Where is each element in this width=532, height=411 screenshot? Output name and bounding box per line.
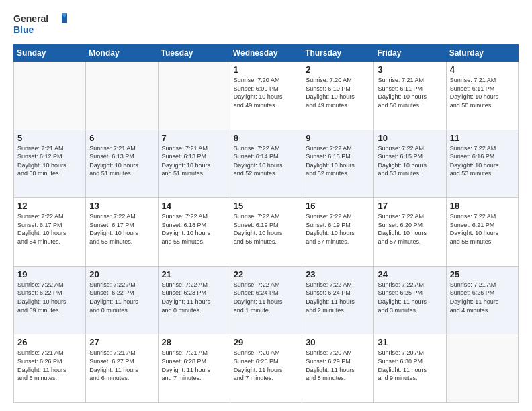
weekday-header-row: SundayMondayTuesdayWednesdayThursdayFrid… (14, 45, 519, 62)
day-number: 4 (450, 64, 515, 75)
calendar-day-cell: 21Sunrise: 7:22 AM Sunset: 6:23 PM Dayli… (158, 266, 230, 334)
calendar-day-cell: 9Sunrise: 7:22 AM Sunset: 6:15 PM Daylig… (302, 130, 374, 198)
day-info: Sunrise: 7:20 AM Sunset: 6:28 PM Dayligh… (234, 349, 298, 382)
day-number: 18 (450, 201, 515, 211)
day-number: 29 (234, 337, 298, 347)
calendar-day-cell: 5Sunrise: 7:21 AM Sunset: 6:12 PM Daylig… (14, 130, 86, 198)
day-info: Sunrise: 7:20 AM Sunset: 6:30 PM Dayligh… (378, 349, 442, 382)
calendar-day-cell: 26Sunrise: 7:21 AM Sunset: 6:26 PM Dayli… (14, 334, 86, 403)
weekday-header-tuesday: Tuesday (158, 45, 230, 62)
calendar-day-cell: 18Sunrise: 7:22 AM Sunset: 6:21 PM Dayli… (446, 198, 518, 267)
calendar-day-cell: 27Sunrise: 7:21 AM Sunset: 6:27 PM Dayli… (86, 334, 158, 403)
day-info: Sunrise: 7:22 AM Sunset: 6:16 PM Dayligh… (450, 144, 515, 178)
calendar-day-cell: 31Sunrise: 7:20 AM Sunset: 6:30 PM Dayli… (374, 334, 446, 403)
calendar-week-row: 26Sunrise: 7:21 AM Sunset: 6:26 PM Dayli… (14, 334, 519, 403)
day-number: 21 (162, 269, 226, 279)
weekday-header-saturday: Saturday (446, 45, 518, 62)
day-number: 16 (306, 201, 370, 211)
calendar-day-cell: 2Sunrise: 7:20 AM Sunset: 6:10 PM Daylig… (302, 62, 374, 130)
day-info: Sunrise: 7:22 AM Sunset: 6:19 PM Dayligh… (306, 212, 370, 246)
day-number: 7 (162, 133, 226, 143)
day-info: Sunrise: 7:20 AM Sunset: 6:29 PM Dayligh… (306, 349, 370, 382)
day-number: 30 (306, 337, 370, 347)
day-info: Sunrise: 7:21 AM Sunset: 6:13 PM Dayligh… (162, 144, 226, 178)
day-info: Sunrise: 7:22 AM Sunset: 6:17 PM Dayligh… (17, 212, 82, 246)
day-number: 23 (306, 269, 370, 279)
calendar-day-cell: 30Sunrise: 7:20 AM Sunset: 6:29 PM Dayli… (302, 334, 374, 403)
calendar-day-cell: 17Sunrise: 7:22 AM Sunset: 6:20 PM Dayli… (374, 198, 446, 267)
svg-text:General: General (13, 13, 48, 24)
calendar-day-cell: 23Sunrise: 7:22 AM Sunset: 6:24 PM Dayli… (302, 266, 374, 334)
day-info: Sunrise: 7:22 AM Sunset: 6:19 PM Dayligh… (234, 212, 298, 246)
day-number: 2 (306, 64, 370, 75)
empty-day-cell (446, 334, 518, 403)
empty-day-cell (14, 62, 86, 130)
calendar-day-cell: 19Sunrise: 7:22 AM Sunset: 6:22 PM Dayli… (14, 266, 86, 334)
day-info: Sunrise: 7:22 AM Sunset: 6:15 PM Dayligh… (378, 144, 442, 178)
day-number: 3 (378, 64, 442, 75)
calendar-table: SundayMondayTuesdayWednesdayThursdayFrid… (13, 44, 519, 403)
calendar-day-cell: 13Sunrise: 7:22 AM Sunset: 6:17 PM Dayli… (86, 198, 158, 267)
day-info: Sunrise: 7:21 AM Sunset: 6:28 PM Dayligh… (162, 349, 226, 382)
calendar-day-cell: 3Sunrise: 7:21 AM Sunset: 6:11 PM Daylig… (374, 62, 446, 130)
day-number: 8 (234, 133, 298, 143)
day-number: 1 (234, 64, 298, 75)
day-info: Sunrise: 7:21 AM Sunset: 6:11 PM Dayligh… (378, 76, 442, 109)
day-number: 25 (450, 269, 515, 279)
day-number: 10 (378, 133, 442, 143)
calendar-day-cell: 6Sunrise: 7:21 AM Sunset: 6:13 PM Daylig… (86, 130, 158, 198)
calendar-week-row: 19Sunrise: 7:22 AM Sunset: 6:22 PM Dayli… (14, 266, 519, 334)
calendar-day-cell: 7Sunrise: 7:21 AM Sunset: 6:13 PM Daylig… (158, 130, 230, 198)
header: General Blue (13, 11, 519, 38)
calendar-day-cell: 4Sunrise: 7:21 AM Sunset: 6:11 PM Daylig… (446, 62, 518, 130)
weekday-header-monday: Monday (86, 45, 158, 62)
calendar-day-cell: 14Sunrise: 7:22 AM Sunset: 6:18 PM Dayli… (158, 198, 230, 267)
day-info: Sunrise: 7:22 AM Sunset: 6:21 PM Dayligh… (450, 212, 515, 246)
calendar-day-cell: 10Sunrise: 7:22 AM Sunset: 6:15 PM Dayli… (374, 130, 446, 198)
empty-day-cell (86, 62, 158, 130)
empty-day-cell (158, 62, 230, 130)
calendar-day-cell: 16Sunrise: 7:22 AM Sunset: 6:19 PM Dayli… (302, 198, 374, 267)
calendar-day-cell: 29Sunrise: 7:20 AM Sunset: 6:28 PM Dayli… (230, 334, 302, 403)
calendar-week-row: 1Sunrise: 7:20 AM Sunset: 6:09 PM Daylig… (14, 62, 519, 130)
calendar-day-cell: 15Sunrise: 7:22 AM Sunset: 6:19 PM Dayli… (230, 198, 302, 267)
weekday-header-friday: Friday (374, 45, 446, 62)
calendar-day-cell: 12Sunrise: 7:22 AM Sunset: 6:17 PM Dayli… (14, 198, 86, 267)
weekday-header-thursday: Thursday (302, 45, 374, 62)
calendar-day-cell: 1Sunrise: 7:20 AM Sunset: 6:09 PM Daylig… (230, 62, 302, 130)
day-number: 24 (378, 269, 442, 279)
calendar-day-cell: 11Sunrise: 7:22 AM Sunset: 6:16 PM Dayli… (446, 130, 518, 198)
day-info: Sunrise: 7:22 AM Sunset: 6:24 PM Dayligh… (234, 281, 298, 314)
day-info: Sunrise: 7:21 AM Sunset: 6:26 PM Dayligh… (450, 281, 515, 314)
weekday-header-wednesday: Wednesday (230, 45, 302, 62)
day-info: Sunrise: 7:21 AM Sunset: 6:11 PM Dayligh… (450, 76, 515, 109)
day-info: Sunrise: 7:22 AM Sunset: 6:23 PM Dayligh… (162, 281, 226, 314)
day-info: Sunrise: 7:22 AM Sunset: 6:22 PM Dayligh… (89, 281, 154, 314)
calendar-day-cell: 28Sunrise: 7:21 AM Sunset: 6:28 PM Dayli… (158, 334, 230, 403)
day-info: Sunrise: 7:21 AM Sunset: 6:27 PM Dayligh… (89, 349, 154, 382)
day-info: Sunrise: 7:21 AM Sunset: 6:26 PM Dayligh… (17, 349, 82, 382)
day-number: 28 (162, 337, 226, 347)
calendar-day-cell: 20Sunrise: 7:22 AM Sunset: 6:22 PM Dayli… (86, 266, 158, 334)
calendar-day-cell: 22Sunrise: 7:22 AM Sunset: 6:24 PM Dayli… (230, 266, 302, 334)
svg-text:Blue: Blue (13, 24, 34, 35)
day-info: Sunrise: 7:22 AM Sunset: 6:20 PM Dayligh… (378, 212, 442, 246)
day-info: Sunrise: 7:22 AM Sunset: 6:24 PM Dayligh… (306, 281, 370, 314)
day-number: 31 (378, 337, 442, 347)
day-number: 22 (234, 269, 298, 279)
logo: General Blue (13, 11, 67, 38)
day-info: Sunrise: 7:22 AM Sunset: 6:14 PM Dayligh… (234, 144, 298, 178)
day-info: Sunrise: 7:22 AM Sunset: 6:25 PM Dayligh… (378, 281, 442, 314)
day-number: 15 (234, 201, 298, 211)
day-info: Sunrise: 7:21 AM Sunset: 6:12 PM Dayligh… (17, 144, 82, 178)
day-number: 13 (89, 201, 154, 211)
calendar-day-cell: 24Sunrise: 7:22 AM Sunset: 6:25 PM Dayli… (374, 266, 446, 334)
day-number: 14 (162, 201, 226, 211)
day-info: Sunrise: 7:20 AM Sunset: 6:09 PM Dayligh… (234, 76, 298, 109)
day-number: 27 (89, 337, 154, 347)
day-info: Sunrise: 7:22 AM Sunset: 6:15 PM Dayligh… (306, 144, 370, 178)
day-number: 5 (17, 133, 82, 143)
day-number: 20 (89, 269, 154, 279)
calendar-day-cell: 8Sunrise: 7:22 AM Sunset: 6:14 PM Daylig… (230, 130, 302, 198)
logo-svg: General Blue (13, 11, 67, 38)
